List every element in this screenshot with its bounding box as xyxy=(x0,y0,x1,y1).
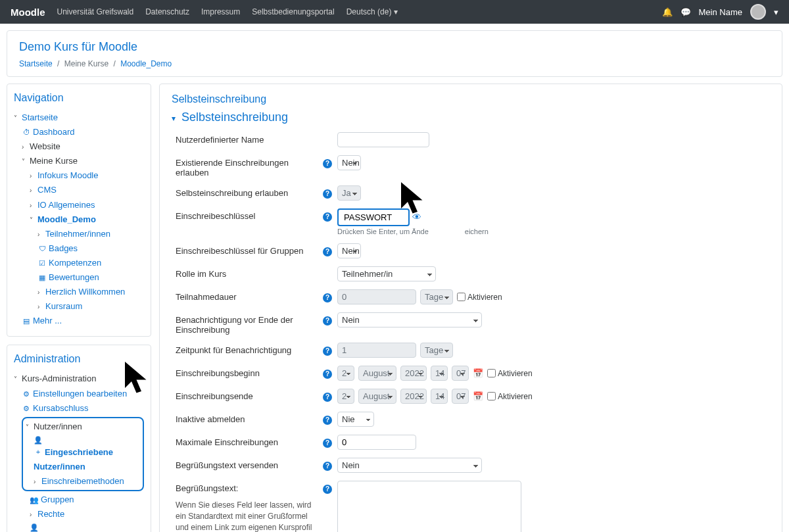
nav-sub-item[interactable]: Badges xyxy=(49,243,78,253)
nav-course-item[interactable]: Infokurs Moodle xyxy=(37,170,99,180)
calendar-icon[interactable]: 📅 xyxy=(473,391,483,401)
admin-rechte[interactable]: Rechte xyxy=(37,509,64,519)
checkbox-activate-duration[interactable]: Aktivieren xyxy=(457,293,502,302)
nav-sub-item[interactable]: Bewertungen xyxy=(49,272,99,282)
select-send-welcome[interactable]: Nein xyxy=(337,458,482,473)
eye-icon[interactable]: 👁 xyxy=(412,212,421,222)
input-custom-name[interactable] xyxy=(337,132,429,147)
chat-icon[interactable]: 💬 xyxy=(681,7,691,17)
select-role[interactable]: Teilnehmer/in xyxy=(337,266,436,281)
chevron-right-icon[interactable]: › xyxy=(30,185,36,196)
help-icon[interactable]: ? xyxy=(323,439,332,448)
dashboard-icon: ⏱ xyxy=(22,126,31,139)
admin-einstellungen[interactable]: Einstellungen bearbeiten xyxy=(33,389,127,399)
chevron-right-icon[interactable]: › xyxy=(34,476,40,487)
username[interactable]: Mein Name xyxy=(699,7,742,17)
main-content: Selbsteinschreibung ▾ Selbsteinschreibun… xyxy=(159,84,782,532)
chevron-down-icon[interactable]: ˅ xyxy=(26,422,32,433)
chevron-down-icon: ▾ xyxy=(172,114,176,123)
help-icon[interactable]: ? xyxy=(323,462,332,471)
label-duration: Teilnahmedauer xyxy=(172,289,323,302)
chevron-down-icon[interactable]: ˅ xyxy=(14,374,20,385)
checkbox-activate-begin[interactable]: Aktivieren xyxy=(487,369,533,378)
admin-kurs-admin[interactable]: Kurs-Administration xyxy=(22,374,96,383)
select-existing[interactable]: Nein xyxy=(337,155,361,170)
nav-block-title: Navigation xyxy=(14,92,144,104)
nav-website[interactable]: Website xyxy=(30,141,60,151)
help-icon[interactable]: ? xyxy=(323,316,332,326)
help-icon[interactable]: ? xyxy=(323,293,332,302)
nav-link-uni[interactable]: Universität Greifswald xyxy=(57,7,134,16)
admin-abschluss[interactable]: Kursabschluss xyxy=(33,403,89,413)
help-icon[interactable]: ? xyxy=(323,347,332,356)
select-begin-day: 2 xyxy=(337,366,354,381)
avatar[interactable] xyxy=(750,4,766,20)
chevron-right-icon[interactable]: › xyxy=(37,229,44,240)
calendar-icon[interactable]: 📅 xyxy=(473,368,483,378)
nav-sub-item[interactable]: Kompetenzen xyxy=(49,258,101,268)
select-duration-unit: Tage xyxy=(420,289,453,304)
select-inactive[interactable]: Nie xyxy=(337,412,374,427)
help-icon[interactable]: ? xyxy=(323,485,332,494)
nav-dashboard[interactable]: Dashboard xyxy=(33,127,75,137)
select-begin-hour: 14 xyxy=(431,366,448,381)
label-name: Nutzerdefinierter Name xyxy=(172,132,323,145)
nav-link-portal[interactable]: Selbstbedienungsportal xyxy=(252,7,334,16)
input-duration-num xyxy=(337,289,416,304)
chevron-down-icon[interactable]: ˅ xyxy=(30,214,36,226)
breadcrumb-mine: Meine Kurse xyxy=(64,59,108,68)
chevron-right-icon[interactable]: › xyxy=(30,200,36,211)
label-send-welcome: Begrüßungstext versenden xyxy=(172,458,323,470)
breadcrumb-course[interactable]: Moodle_Demo xyxy=(120,59,172,68)
admin-methoden[interactable]: Einschreibemethoden xyxy=(41,476,124,486)
select-begin-year: 2022 xyxy=(400,366,427,381)
nav-link-lang[interactable]: Deutsch (de) ▾ xyxy=(347,7,398,16)
help-icon[interactable]: ? xyxy=(323,189,332,199)
chevron-right-icon[interactable]: › xyxy=(37,287,44,298)
admin-eingeschriebene[interactable]: Eingeschriebene Nutzer/innen xyxy=(34,447,113,471)
checkbox-activate-end[interactable]: Aktivieren xyxy=(487,392,533,401)
nav-mehr[interactable]: Mehr ... xyxy=(33,316,62,326)
input-max[interactable] xyxy=(337,435,416,450)
help-icon[interactable]: ? xyxy=(323,370,332,379)
nav-meine-kurse[interactable]: Meine Kurse xyxy=(30,156,78,166)
administration-block: Administration ˅Kurs-Administration ⚙Ein… xyxy=(7,345,151,532)
nav-sub-item[interactable]: Herzlich Willkommen xyxy=(45,287,125,297)
help-icon[interactable]: ? xyxy=(323,416,332,425)
chevron-right-icon[interactable]: › xyxy=(30,170,36,181)
brand-link[interactable]: Moodle xyxy=(11,7,45,18)
nav-course-item[interactable]: CMS xyxy=(37,185,57,195)
chevron-down-icon[interactable]: ˅ xyxy=(14,112,20,124)
top-navbar: Moodle Universität Greifswald Datenschut… xyxy=(0,0,789,24)
label-max: Maximale Einschreibungen xyxy=(172,435,323,447)
nav-current-course[interactable]: Moodle_Demo xyxy=(37,214,96,224)
nav-link-impressum[interactable]: Impressum xyxy=(201,7,240,16)
section-heading[interactable]: ▾ Selbsteinschreibung xyxy=(172,110,770,124)
chevron-right-icon[interactable]: › xyxy=(22,141,28,153)
nav-sub-item[interactable]: Kursraum xyxy=(45,301,82,311)
help-icon[interactable]: ? xyxy=(323,247,332,256)
label-welcome-text: Begrüßungstext: xyxy=(176,483,323,493)
gear-icon: ⚙ xyxy=(22,388,31,400)
admin-nutzer[interactable]: Nutzer/innen xyxy=(34,422,82,431)
user-plus-icon: 👤+ xyxy=(34,434,43,458)
select-begin-min: 07 xyxy=(452,366,469,381)
bell-icon[interactable]: 🔔 xyxy=(662,7,673,17)
nav-course-item[interactable]: IO Allgemeines xyxy=(37,200,95,210)
breadcrumb-start[interactable]: Startseite xyxy=(19,59,53,68)
select-groupkey[interactable]: Nein xyxy=(337,243,361,258)
input-enrol-key[interactable] xyxy=(337,208,410,226)
help-icon[interactable]: ? xyxy=(323,393,332,402)
help-icon[interactable]: ? xyxy=(323,212,332,222)
chevron-right-icon[interactable]: › xyxy=(37,301,44,312)
nav-link-datenschutz[interactable]: Datenschutz xyxy=(145,7,189,16)
help-icon[interactable]: ? xyxy=(323,159,332,168)
nav-sub-item[interactable]: Teilnehmer/innen xyxy=(45,229,110,239)
chevron-down-icon[interactable]: ˅ xyxy=(22,156,28,167)
admin-gruppen[interactable]: Gruppen xyxy=(41,495,74,504)
nav-startseite[interactable]: Startseite xyxy=(22,112,58,122)
textarea-welcome[interactable] xyxy=(337,481,521,532)
select-notify-end[interactable]: Nein xyxy=(337,312,482,327)
chevron-right-icon[interactable]: › xyxy=(30,509,36,520)
caret-down-icon[interactable]: ▾ xyxy=(774,7,778,17)
